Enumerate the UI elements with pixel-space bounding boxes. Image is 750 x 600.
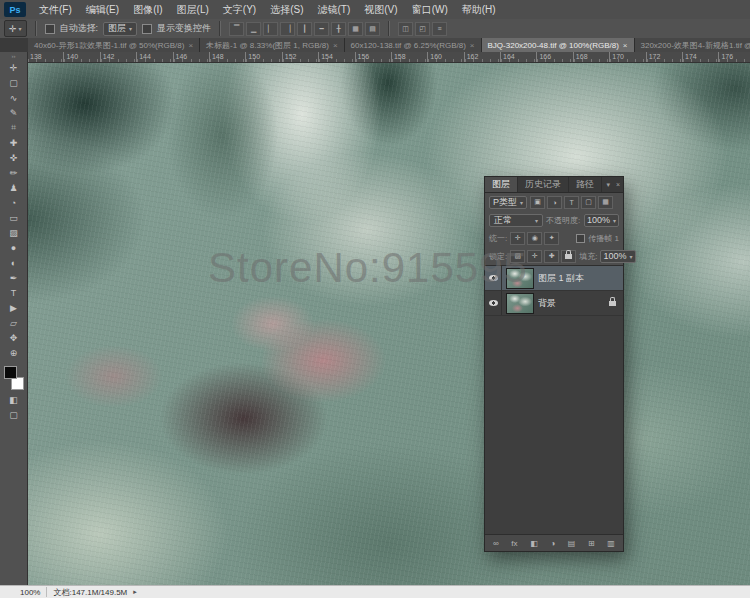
- color-swatches[interactable]: [3, 366, 25, 390]
- screen-mode-button[interactable]: ▢: [2, 407, 25, 422]
- align-icon[interactable]: ▔: [229, 22, 244, 36]
- zoom-tool[interactable]: ⊕: [2, 345, 25, 360]
- ruler-tick: 166: [536, 52, 572, 62]
- filter-kind-dropdown[interactable]: P类型 ▾: [489, 196, 527, 209]
- move-tool[interactable]: ✛: [2, 60, 25, 75]
- blend-mode-dropdown[interactable]: 正常 ▾: [489, 214, 543, 227]
- options-extra-icon[interactable]: ◰: [415, 22, 430, 36]
- menu-item[interactable]: 滤镜(T): [311, 0, 358, 19]
- quick-mask-button[interactable]: ◧: [2, 392, 25, 407]
- menu-bar: Ps 文件(F)编辑(E)图像(I)图层(L)文字(Y)选择(S)滤镜(T)视图…: [0, 0, 750, 20]
- status-arrow-icon[interactable]: ▸: [133, 588, 137, 596]
- filter-icon[interactable]: ▦: [598, 196, 613, 209]
- filter-icon[interactable]: T: [564, 196, 579, 209]
- gradient-tool[interactable]: ▨: [2, 225, 25, 240]
- auto-select-target-dropdown[interactable]: 图层 ▾: [103, 22, 137, 36]
- pen-tool[interactable]: ✒: [2, 270, 25, 285]
- type-tool[interactable]: T: [2, 285, 25, 300]
- menu-item[interactable]: 帮助(H): [455, 0, 503, 19]
- clone-stamp-tool[interactable]: ♟: [2, 180, 25, 195]
- filter-icon[interactable]: ▣: [530, 196, 545, 209]
- layer-style-button[interactable]: fx: [511, 539, 517, 548]
- crop-tool[interactable]: ⌗: [2, 120, 25, 135]
- eraser-tool[interactable]: ▭: [2, 210, 25, 225]
- align-icon[interactable]: ╂: [331, 22, 346, 36]
- unify-icon[interactable]: ◉: [527, 232, 542, 245]
- history-brush-tool[interactable]: ◔: [2, 195, 25, 210]
- panel-tab[interactable]: 历史记录: [518, 177, 569, 192]
- panel-close-icon[interactable]: ×: [613, 181, 623, 188]
- align-icon[interactable]: ▏: [263, 22, 278, 36]
- panel-tab[interactable]: 图层: [485, 177, 518, 192]
- ruler-tick: 144: [136, 52, 172, 62]
- tab-close-icon[interactable]: ×: [333, 41, 338, 50]
- tab-close-icon[interactable]: ×: [188, 41, 193, 50]
- document-size-info: 文档:147.1M/149.5M: [53, 587, 127, 598]
- healing-brush-tool[interactable]: ✜: [2, 150, 25, 165]
- new-layer-button[interactable]: ⊞: [588, 539, 595, 548]
- document-tab[interactable]: 320x200-效果图4-新规格1.tif @ 50%×: [635, 38, 750, 52]
- filter-icon[interactable]: ◑: [547, 196, 562, 209]
- lasso-tool[interactable]: ∿: [2, 90, 25, 105]
- auto-select-checkbox[interactable]: [45, 24, 55, 34]
- eyedropper-tool[interactable]: ✚: [2, 135, 25, 150]
- document-tab[interactable]: 60x120-138.tif @ 6.25%(RGB/8)×: [345, 38, 482, 52]
- blur-tool[interactable]: ●: [2, 240, 25, 255]
- show-transform-checkbox[interactable]: [142, 24, 152, 34]
- foreground-color-swatch[interactable]: [4, 366, 17, 379]
- align-icon[interactable]: ▦: [348, 22, 363, 36]
- document-tab[interactable]: 未标题-1 @ 8.33%(图层 1, RGB/8)×: [200, 38, 345, 52]
- menu-item[interactable]: 文字(Y): [216, 0, 263, 19]
- layer-row[interactable]: 背景: [485, 291, 623, 316]
- menu-item[interactable]: 选择(S): [263, 0, 310, 19]
- options-extra-icon[interactable]: ◫: [398, 22, 413, 36]
- document-canvas[interactable]: [27, 62, 750, 586]
- menu-item[interactable]: 编辑(E): [79, 0, 126, 19]
- align-icon[interactable]: ┃: [297, 22, 312, 36]
- align-icon[interactable]: ▤: [365, 22, 380, 36]
- tab-close-icon[interactable]: ×: [623, 41, 628, 50]
- lock-all-icon[interactable]: [561, 250, 576, 263]
- zoom-level-field[interactable]: 100%: [20, 588, 40, 597]
- panel-tab[interactable]: 路径: [569, 177, 602, 192]
- menu-item[interactable]: 图像(I): [126, 0, 169, 19]
- menu-item[interactable]: 文件(F): [32, 0, 79, 19]
- panel-titlebar[interactable]: 图层历史记录路径 ▾ ×: [485, 177, 623, 193]
- brush-tool[interactable]: ✏: [2, 165, 25, 180]
- unify-icon[interactable]: ✛: [510, 232, 525, 245]
- adjustment-layer-button[interactable]: ◑: [550, 539, 555, 548]
- hand-tool[interactable]: ✥: [2, 330, 25, 345]
- photoshop-window: Ps 文件(F)编辑(E)图像(I)图层(L)文字(Y)选择(S)滤镜(T)视图…: [0, 0, 750, 598]
- marquee-tool[interactable]: ▢: [2, 75, 25, 90]
- tab-close-icon[interactable]: ×: [470, 41, 475, 50]
- visibility-toggle[interactable]: [485, 291, 502, 315]
- menu-item[interactable]: 视图(V): [357, 0, 404, 19]
- shape-tool[interactable]: ▱: [2, 315, 25, 330]
- options-extra-icon[interactable]: ≡: [432, 22, 447, 36]
- delete-layer-button[interactable]: ▥: [607, 539, 615, 548]
- align-icon[interactable]: ▕: [280, 22, 295, 36]
- document-tab[interactable]: BJQ-320x200-48.tif @ 100%(RGB/8)×: [482, 38, 635, 52]
- unify-icon[interactable]: ✦: [544, 232, 559, 245]
- align-icon[interactable]: ▁: [246, 22, 261, 36]
- lock-option-icon[interactable]: ✚: [544, 250, 559, 263]
- layer-mask-button[interactable]: ◧: [530, 539, 538, 548]
- filter-icon[interactable]: ▢: [581, 196, 596, 209]
- tool-preset-button[interactable]: ✛ ▾: [4, 20, 27, 37]
- toolbar-collapse-icon[interactable]: ››: [12, 52, 16, 60]
- propagate-frame-checkbox[interactable]: [576, 234, 585, 243]
- menu-item[interactable]: 图层(L): [170, 0, 216, 19]
- fill-dropdown[interactable]: 100% ▾: [600, 250, 635, 263]
- align-icon[interactable]: ━: [314, 22, 329, 36]
- dodge-tool[interactable]: ◐: [2, 255, 25, 270]
- layer-group-button[interactable]: ▤: [568, 539, 576, 548]
- document-tab[interactable]: 40x60-异形1款效果图-1.tif @ 50%(RGB/8)×: [28, 38, 200, 52]
- separator: [35, 21, 37, 36]
- lock-option-icon[interactable]: ✛: [527, 250, 542, 263]
- opacity-dropdown[interactable]: 100% ▾: [584, 214, 619, 227]
- quick-select-tool[interactable]: ✎: [2, 105, 25, 120]
- path-select-tool[interactable]: ▶: [2, 300, 25, 315]
- menu-item[interactable]: 窗口(W): [405, 0, 455, 19]
- panel-menu-icon[interactable]: ▾: [603, 181, 613, 189]
- link-layers-button[interactable]: ∞: [493, 539, 499, 548]
